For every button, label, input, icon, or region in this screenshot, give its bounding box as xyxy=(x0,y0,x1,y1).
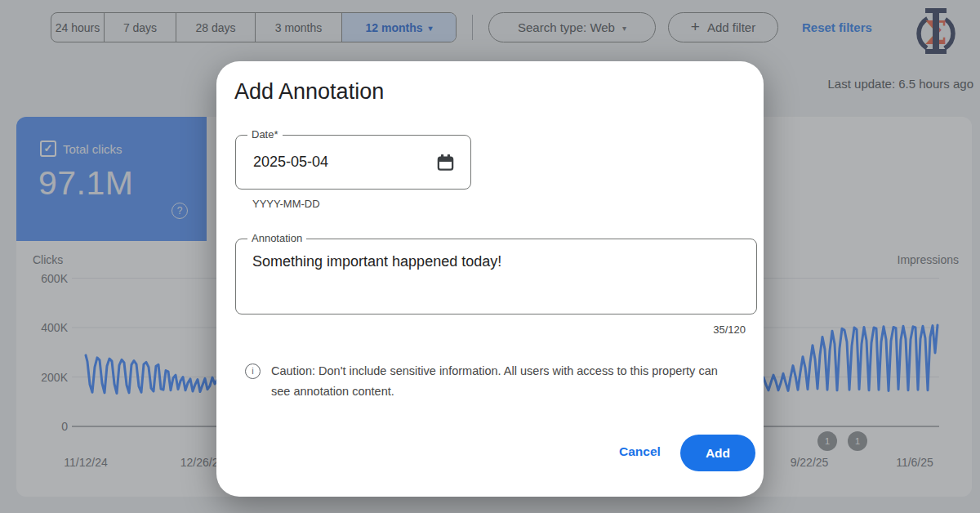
search-console-performance-screen: 24 hours 7 days 28 days 3 months 12 mont… xyxy=(0,0,980,513)
date-input[interactable] xyxy=(253,136,408,189)
annotation-input[interactable]: Something important happened today! xyxy=(236,239,756,314)
date-field[interactable]: Date* xyxy=(235,135,471,190)
add-button[interactable]: Add xyxy=(680,435,755,471)
dialog-title: Add Annotation xyxy=(234,79,384,105)
calendar-icon[interactable] xyxy=(436,153,455,172)
character-counter: 35/120 xyxy=(235,323,746,336)
add-annotation-dialog: Add Annotation Date* YYYY-MM-DD Annotati… xyxy=(216,61,764,497)
caution-line-1: Caution: Don't include sensitive informa… xyxy=(271,361,718,381)
info-icon: i xyxy=(245,364,261,379)
annotation-field[interactable]: Annotation Something important happened … xyxy=(235,239,757,314)
caution-note: i Caution: Don't include sensitive infor… xyxy=(245,361,718,402)
caution-text: Caution: Don't include sensitive informa… xyxy=(271,361,718,402)
date-format-helper: YYYY-MM-DD xyxy=(252,198,320,210)
cancel-button[interactable]: Cancel xyxy=(611,440,669,463)
caution-line-2: see annotation content. xyxy=(271,381,718,402)
